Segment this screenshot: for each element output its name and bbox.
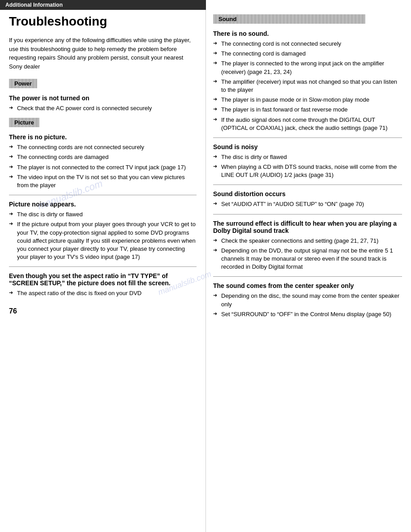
- sound-title-4: The surround effect is difficult to hear…: [213, 220, 402, 234]
- sound-title-3: Sound distortion occurs: [213, 190, 402, 197]
- sound-bullets-2: The disc is dirty or flawed When playing…: [213, 153, 402, 180]
- page: Additional Information manualslib.com ma…: [0, 0, 411, 532]
- left-column: Troubleshooting If you experience any of…: [0, 10, 206, 532]
- list-item: Depending on the disc, the sound may com…: [213, 292, 402, 308]
- list-item: The connecting cord is damaged: [213, 50, 402, 58]
- divider: [213, 184, 402, 185]
- picture-bullets-2: The disc is dirty or flawed If the pictu…: [9, 210, 197, 261]
- list-item: The connecting cords are not connected s…: [9, 143, 197, 151]
- list-item: The player is in fast forward or fast re…: [213, 106, 402, 114]
- sound-band-label: Sound: [213, 14, 365, 24]
- header-label: Additional Information: [5, 2, 63, 8]
- sound-section-band: Sound: [213, 14, 402, 28]
- sound-bullets-4: Check the speaker connections and settin…: [213, 237, 402, 271]
- list-item: The aspect ratio of the disc is fixed on…: [9, 289, 197, 297]
- list-item: The connecting cord is not connected sec…: [213, 40, 402, 48]
- sound-bullets-1: The connecting cord is not connected sec…: [213, 40, 402, 132]
- list-item: The connecting cords are damaged: [9, 153, 197, 161]
- divider: [213, 276, 402, 277]
- sound-bullets-5: Depending on the disc, the sound may com…: [213, 292, 402, 318]
- picture-title-3: Even though you set the aspect ratio in …: [9, 272, 197, 287]
- list-item: Check the speaker connections and settin…: [213, 237, 402, 245]
- list-item: The disc is dirty or flawed: [9, 210, 197, 219]
- power-section-band: Power: [9, 79, 197, 93]
- power-bullets: Check that the AC power cord is connecte…: [9, 104, 197, 112]
- list-item: If the picture output from your player g…: [9, 220, 197, 261]
- list-item: The amplifier (receiver) input was not c…: [213, 78, 402, 94]
- list-item: When playing a CD with DTS sound tracks,…: [213, 163, 402, 179]
- header-bar: Additional Information: [0, 0, 206, 10]
- list-item: The disc is dirty or flawed: [213, 153, 402, 161]
- picture-title-2: Picture noise appears.: [9, 201, 197, 208]
- power-band-label: Power: [9, 79, 37, 88]
- list-item: Depending on the DVD, the output signal …: [213, 247, 402, 271]
- sound-title-5: The sound comes from the center speaker …: [213, 282, 402, 289]
- sound-title-1: There is no sound.: [213, 30, 402, 37]
- list-item: The player is connected to the wrong inp…: [213, 60, 402, 76]
- list-item: Set “SURROUND” to “OFF” in the Control M…: [213, 310, 402, 318]
- divider: [213, 214, 402, 215]
- divider: [9, 266, 197, 267]
- sound-bullets-3: Set “AUDIO ATT” in “AUDIO SETUP” to “ON”…: [213, 200, 402, 208]
- page-number: 76: [9, 303, 197, 320]
- picture-title-1: There is no picture.: [9, 133, 197, 141]
- divider: [9, 195, 197, 195]
- picture-bullets-1: The connecting cords are not connected s…: [9, 143, 197, 189]
- list-item: The video input on the TV is not set so …: [9, 173, 197, 189]
- right-column: Sound There is no sound. The connecting …: [206, 10, 411, 532]
- list-item: If the audio signal does not come throug…: [213, 116, 402, 132]
- divider: [213, 137, 402, 138]
- list-item: The player is not connected to the corre…: [9, 163, 197, 172]
- intro-text: If you experience any of the following d…: [9, 36, 197, 71]
- content-area: manualslib.com manualslib.com Troublesho…: [0, 10, 411, 532]
- power-title: The power is not turned on: [9, 94, 197, 102]
- sound-title-2: Sound is noisy: [213, 143, 402, 150]
- picture-band-label: Picture: [9, 118, 39, 127]
- page-title: Troubleshooting: [9, 14, 197, 29]
- list-item: The player is in pause mode or in Slow-m…: [213, 96, 402, 104]
- list-item: Set “AUDIO ATT” in “AUDIO SETUP” to “ON”…: [213, 200, 402, 208]
- power-bullet-1: Check that the AC power cord is connecte…: [9, 104, 197, 112]
- picture-section-band: Picture: [9, 118, 197, 132]
- picture-bullets-3: The aspect ratio of the disc is fixed on…: [9, 289, 197, 297]
